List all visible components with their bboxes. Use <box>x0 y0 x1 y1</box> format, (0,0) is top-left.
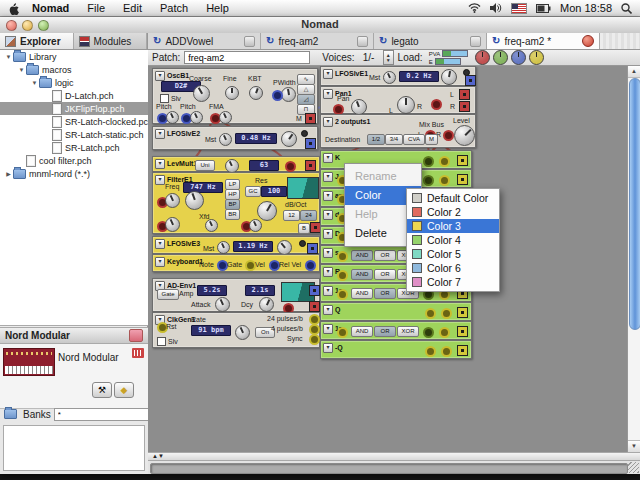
tab-addvowel[interactable]: ↻ADDVowel <box>148 33 261 49</box>
cable-connector[interactable] <box>425 308 436 319</box>
cable-connector[interactable] <box>439 175 450 186</box>
knob[interactable] <box>235 325 250 340</box>
module-2-outputs1[interactable]: ▾2 outputs1Mix BusLRLevelDestination1/23… <box>320 114 476 148</box>
module-menu-icon[interactable]: ▾ <box>323 267 333 277</box>
disclosure-closed-icon[interactable]: ▶ <box>4 170 13 177</box>
disclosure-open-icon[interactable]: ▼ <box>17 67 26 73</box>
knob[interactable] <box>165 193 180 208</box>
cable-connector[interactable] <box>337 289 348 300</box>
cable-connector[interactable] <box>439 327 450 338</box>
module-q[interactable]: ▾Q <box>320 302 472 321</box>
knob[interactable] <box>249 86 263 100</box>
knob[interactable] <box>193 85 210 102</box>
tab-legato[interactable]: ↻legato <box>374 33 487 49</box>
value-display[interactable]: 0.2 Hz <box>399 71 439 82</box>
button-24[interactable]: 24 <box>300 210 317 221</box>
knob[interactable] <box>225 159 239 173</box>
voices-stepper[interactable]: ▲▼ <box>383 50 394 65</box>
button-or[interactable]: OR <box>374 326 396 337</box>
submenu-item-color-7[interactable]: Color 7 <box>407 275 499 289</box>
knob[interactable] <box>257 201 277 221</box>
menu-patch[interactable]: Patch <box>151 0 197 16</box>
module-1r[interactable]: ▾1rANDORXOR <box>320 321 472 340</box>
module-q[interactable]: ▾-Q <box>320 340 472 359</box>
morph-knob-4[interactable] <box>529 50 544 65</box>
button-m[interactable]: M <box>425 134 438 145</box>
knob[interactable] <box>190 111 203 124</box>
patch-name-input[interactable] <box>184 51 310 64</box>
button-1-2[interactable]: 1/2 <box>367 134 385 145</box>
device-panel-header-icon[interactable] <box>129 329 143 342</box>
button-xor[interactable]: XOR <box>397 326 419 337</box>
device-sync-button[interactable]: ◆ <box>114 382 134 398</box>
output-socket[interactable] <box>457 174 468 185</box>
submenu-item-color-5[interactable]: Color 5 <box>407 247 499 261</box>
knob[interactable] <box>215 297 230 312</box>
spotlight-icon[interactable] <box>621 3 632 14</box>
output-socket[interactable] <box>457 326 468 337</box>
knob[interactable] <box>259 297 274 312</box>
cable-connector[interactable] <box>423 156 434 167</box>
output-socket[interactable] <box>465 75 476 86</box>
tree-item-sr-latch-pch[interactable]: SR-Latch.pch <box>0 141 148 154</box>
module-menu-icon[interactable]: ▾ <box>323 153 333 163</box>
knob[interactable] <box>281 131 297 147</box>
knob[interactable] <box>281 87 296 102</box>
value-display[interactable]: 91 bpm <box>191 325 231 336</box>
tree-item-sr-latch-static-pch[interactable]: SR-Latch-static.pch <box>0 128 148 141</box>
module-menu-icon[interactable]: ▾ <box>155 175 165 185</box>
window-resize-grip[interactable] <box>628 462 639 473</box>
tab-close-icon[interactable] <box>244 36 255 47</box>
scroll-up-arrow[interactable]: ▲ <box>628 66 640 78</box>
tree-item-macros[interactable]: ▼macros <box>0 63 148 76</box>
button-cva[interactable]: CVA <box>403 134 425 145</box>
knob[interactable] <box>166 111 179 124</box>
value-display[interactable]: 0.48 Hz <box>235 133 277 144</box>
knob[interactable] <box>165 217 180 232</box>
menu-help[interactable]: Help <box>197 0 238 16</box>
cable-connector[interactable] <box>443 130 454 141</box>
output-socket[interactable] <box>457 307 468 318</box>
output-socket[interactable] <box>307 243 318 254</box>
button-and[interactable]: AND <box>351 326 373 337</box>
banks-list[interactable] <box>3 425 145 471</box>
cable-connector[interactable] <box>431 99 442 110</box>
tab-freq-am2[interactable]: ↻freq-am2 * <box>487 33 600 49</box>
module-lfoslve1[interactable]: ▾LFOSlvE1Mst0.2 Hz <box>320 66 476 86</box>
output-socket[interactable] <box>309 285 320 296</box>
module-filtere1[interactable]: ▾FilterE1Freq747 HzLPHPBPBRResGC100dB/Oc… <box>152 172 320 234</box>
device-settings-button[interactable]: ⚒ <box>92 382 112 398</box>
knob[interactable] <box>397 96 415 114</box>
disclosure-open-icon[interactable]: ▼ <box>4 54 13 60</box>
module-lfoslve2[interactable]: ▾LFOSlvE2Mst0.48 Hz <box>152 126 318 150</box>
output-socket[interactable] <box>309 301 320 312</box>
knob[interactable] <box>219 111 232 124</box>
module-menu-icon[interactable]: ▾ <box>155 239 165 249</box>
input-language-flag-icon[interactable] <box>511 3 527 14</box>
cable-connector[interactable] <box>272 90 283 101</box>
menu-bar-clock[interactable]: Mon 18:58 <box>560 2 612 14</box>
tree-item-mnml-nord[interactable]: ▶mnml-nord (*.*) <box>0 167 148 180</box>
patch-canvas[interactable]: ▾OscB1D2#SlvCoarseFineKBTPWidthPitchPitc… <box>148 66 627 452</box>
cable-connector[interactable] <box>423 327 434 338</box>
button-and[interactable]: AND <box>351 269 373 280</box>
module-menu-icon[interactable]: ▾ <box>155 257 165 267</box>
output-socket[interactable] <box>459 101 470 112</box>
output-socket[interactable] <box>457 155 468 166</box>
tab-close-icon[interactable] <box>357 36 368 47</box>
module-menu-icon[interactable]: ▾ <box>323 248 333 258</box>
tree-item-d-latch-pch[interactable]: D-Latch.pch <box>0 89 148 102</box>
output-socket[interactable] <box>457 345 468 356</box>
button-uni[interactable]: Uni <box>195 160 215 171</box>
cable-connector[interactable] <box>441 346 452 357</box>
submenu-item-color-4[interactable]: Color 4 <box>407 233 499 247</box>
tree-item-logic[interactable]: ▼logic <box>0 76 148 89</box>
button-b[interactable]: B <box>298 223 310 234</box>
cable-connector[interactable] <box>439 156 450 167</box>
apple-menu-icon[interactable] <box>8 2 19 15</box>
cable-connector[interactable] <box>309 334 320 345</box>
cable-connector[interactable] <box>337 327 348 338</box>
knob[interactable] <box>185 191 204 210</box>
value-display[interactable]: 63 <box>249 160 279 171</box>
horizontal-splitter[interactable]: ▲▼ <box>148 452 640 461</box>
